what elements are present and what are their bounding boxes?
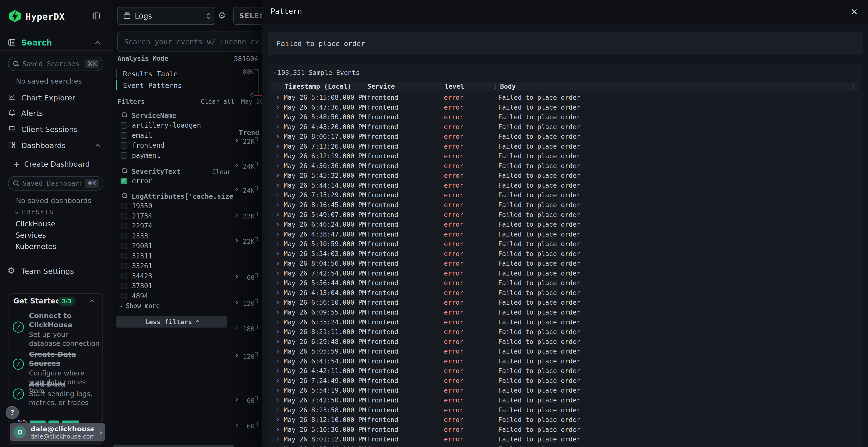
pattern-row[interactable]: 22K [234,237,261,246]
sidebar-item-client-sessions[interactable]: Client Sessions [21,125,78,134]
filter-option[interactable]: 2333 [121,231,227,241]
event-row[interactable]: May 26 8:16:45.000 PMfrontenderrorFailed… [271,200,859,210]
event-row[interactable]: May 26 8:01:12.000 PMfrontenderrorFailed… [271,435,859,444]
pattern-row[interactable]: 24K [234,162,261,171]
event-row[interactable]: May 26 5:49:07.000 PMfrontenderrorFailed… [271,210,859,220]
filter-option[interactable]: 19350 [121,201,227,211]
checkbox[interactable] [121,283,127,289]
expand-chevron-icon[interactable] [275,398,279,402]
source-select-dropdown[interactable]: Logs [117,7,215,25]
show-more-link[interactable]: Show more [120,302,160,309]
checkbox-checked[interactable] [121,178,127,184]
expand-chevron-icon[interactable] [275,330,279,334]
expand-chevron-icon[interactable] [275,349,279,353]
expand-chevron-icon[interactable] [275,144,279,148]
saved-dashboards-input[interactable]: ⌘K [8,176,103,191]
pattern-row[interactable]: 60 [234,421,261,431]
checkbox[interactable] [121,132,127,139]
event-row[interactable]: May 26 7:24:49.000 PMfrontenderrorFailed… [271,376,859,386]
expand-chevron-icon[interactable] [275,115,279,119]
filter-option[interactable]: artillery-loadgen [121,121,227,131]
filter-option[interactable]: 32311 [121,251,227,261]
event-row[interactable]: May 26 6:25:44.000 PMfrontenderrorFailed… [271,444,859,447]
mode-event-patterns[interactable]: Event Patterns [123,81,182,90]
expand-chevron-icon[interactable] [275,310,279,314]
expand-chevron-icon[interactable] [275,96,279,100]
checkbox[interactable] [121,293,127,299]
event-row[interactable]: May 26 5:56:44.000 PMfrontenderrorFailed… [271,278,859,288]
event-row[interactable]: May 26 5:44:14.000 PMfrontenderrorFailed… [271,181,859,191]
event-row[interactable]: May 26 4:38:47.000 PMfrontenderrorFailed… [271,230,859,239]
saved-dashboards-field[interactable] [23,179,81,187]
sidebar-item-chart-explorer[interactable]: Chart Explorer [21,94,75,102]
expand-chevron-icon[interactable] [275,418,279,422]
expand-chevron-icon[interactable] [275,242,279,246]
checkbox[interactable] [121,203,127,209]
sidebar-item-search[interactable]: Search [21,38,52,47]
chevron-up-icon[interactable] [95,41,100,46]
checkbox[interactable] [121,263,127,269]
filter-option[interactable]: 4894 [121,291,227,301]
pattern-row[interactable]: 60 [234,273,261,282]
event-row[interactable]: May 26 6:12:19.000 PMfrontenderrorFailed… [271,151,859,161]
event-row[interactable]: May 26 4:13:04.000 PMfrontenderrorFailed… [271,288,859,298]
checkbox[interactable] [121,233,127,239]
mode-results-table[interactable]: Results Table [123,70,178,78]
sidebar-item-dashboards[interactable]: Dashboards [21,141,66,150]
checkbox[interactable] [121,273,127,279]
filter-option[interactable]: payment [121,150,227,161]
expand-chevron-icon[interactable] [275,369,279,373]
expand-chevron-icon[interactable] [275,164,279,168]
clear-link[interactable]: Clear [212,168,231,176]
column-header-level[interactable]: level [444,82,464,91]
expand-chevron-icon[interactable] [275,427,279,431]
event-row[interactable]: May 26 8:06:17.000 PMfrontenderrorFailed… [271,132,859,142]
event-row[interactable]: May 26 8:23:58.000 PMfrontenderrorFailed… [271,405,859,415]
column-resize-handle-icon[interactable]: ⋮ [361,82,367,91]
expand-chevron-icon[interactable] [275,388,279,392]
sidebar-item-alerts[interactable]: Alerts [21,109,43,117]
expand-chevron-icon[interactable] [275,281,279,285]
expand-chevron-icon[interactable] [275,232,279,236]
filter-option[interactable]: 21734 [121,211,227,221]
event-row[interactable]: May 26 5:45:32.000 PMfrontenderrorFailed… [271,171,859,181]
event-row[interactable]: May 26 5:48:50.000 PMfrontenderrorFailed… [271,112,859,122]
collapse-sidebar-icon[interactable] [93,12,100,20]
event-row[interactable]: May 26 6:35:24.000 PMfrontenderrorFailed… [271,317,859,327]
checkbox[interactable] [121,223,127,229]
saved-searches-input[interactable]: ⌘K [8,57,103,71]
event-row[interactable]: May 26 7:42:54.000 PMfrontenderrorFailed… [271,269,859,278]
expand-chevron-icon[interactable] [275,154,279,158]
expand-chevron-icon[interactable] [275,125,279,129]
preset-kubernetes[interactable]: Kubernetes [16,242,56,251]
checkbox[interactable] [121,122,127,129]
pattern-row[interactable]: 22K [234,137,261,146]
less-filters-button[interactable]: Less filters [116,316,227,328]
column-header-body[interactable]: Body [500,82,516,91]
filter-option[interactable]: 33261 [121,261,227,271]
table-options-icon[interactable]: ⋮ [850,82,857,91]
event-row[interactable]: May 26 5:54:19.000 PMfrontenderrorFailed… [271,386,859,396]
event-row[interactable]: May 26 8:04:56.000 PMfrontenderrorFailed… [271,259,859,269]
chevron-up-icon[interactable] [95,144,100,148]
event-row[interactable]: May 26 6:56:10.000 PMfrontenderrorFailed… [271,298,859,308]
checkbox[interactable] [121,253,127,260]
clear-all-link[interactable]: Clear all [200,98,235,105]
checkbox[interactable] [121,152,127,159]
column-resize-handle-icon[interactable]: ⋮ [493,82,499,91]
get-started-item[interactable]: Connect to ClickHouse Set up your databa… [29,311,100,348]
expand-chevron-icon[interactable] [275,135,279,138]
event-row[interactable]: May 26 7:13:26.000 PMfrontenderrorFailed… [271,142,859,151]
expand-chevron-icon[interactable] [275,291,279,295]
get-started-item[interactable]: Add Data Start sending logs, metrics, or… [29,380,100,407]
expand-chevron-icon[interactable] [275,320,279,324]
event-row[interactable]: May 26 6:09:55.000 PMfrontenderrorFailed… [271,308,859,317]
pattern-row[interactable]: 180 [234,324,261,334]
expand-chevron-icon[interactable] [275,193,279,197]
filter-option[interactable]: 37801 [121,281,227,291]
pattern-row[interactable]: 22K [234,211,261,221]
event-row[interactable]: May 26 5:05:59.000 PMfrontenderrorFailed… [271,347,859,356]
filter-option[interactable]: 34423 [121,271,227,281]
event-row[interactable]: May 26 4:43:20.000 PMfrontenderrorFailed… [271,122,859,132]
pattern-row[interactable]: 120 [234,299,261,308]
